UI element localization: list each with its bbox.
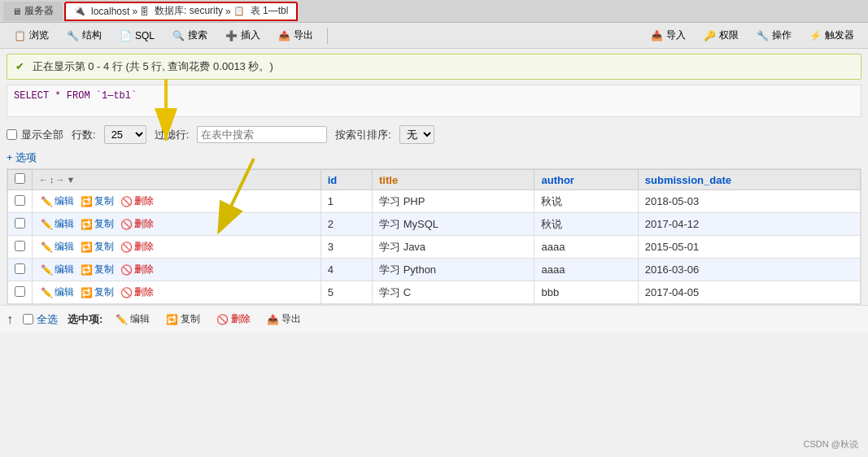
col-title-link[interactable]: title [379, 174, 398, 186]
insert-button[interactable]: ➕ 插入 [218, 25, 268, 46]
cell-title: 学习 PHP [373, 190, 534, 213]
sql-button[interactable]: 📄 SQL [112, 27, 162, 45]
import-button[interactable]: 📥 导入 [643, 25, 693, 46]
row-actions-cell: ✏️ 编辑 🔁 复制 🚫 删除 [33, 213, 321, 236]
bottom-edit-button[interactable]: ✏️ 编辑 [112, 311, 153, 328]
show-all-checkbox[interactable] [7, 129, 17, 140]
cell-author: aaaa [534, 236, 638, 259]
cell-id: 4 [321, 259, 372, 281]
tab-active[interactable]: 🔌 localhost » 🗄 数据库: security » 📋 表 1—tb… [64, 2, 298, 21]
arrow-sort[interactable]: ↕ [50, 175, 55, 185]
row-actions-cell: ✏️ 编辑 🔁 复制 🚫 删除 [33, 190, 321, 213]
delete-label: 删除 [134, 217, 154, 231]
search-button[interactable]: 🔍 搜索 [165, 25, 215, 46]
delete-label: 删除 [134, 263, 154, 276]
delete-button[interactable]: 🚫 删除 [119, 262, 155, 277]
data-table: ← ↕ → ▼ id title author [7, 169, 861, 304]
sort-dropdown[interactable]: ▼ [67, 175, 76, 185]
col-author-link[interactable]: author [541, 174, 574, 186]
cell-title: 学习 Java [373, 236, 534, 259]
permissions-button[interactable]: 🔑 权限 [696, 25, 746, 46]
browse-button[interactable]: 📋 浏览 [7, 25, 56, 46]
col-id-link[interactable]: id [328, 174, 338, 186]
cell-date: 2017-04-05 [638, 281, 860, 304]
col-actions-header: ← ↕ → ▼ [33, 170, 321, 190]
cell-date: 2017-04-12 [638, 213, 860, 236]
tab-db-label: 数据库: security [155, 4, 223, 18]
row-select-checkbox[interactable] [15, 286, 25, 297]
edit-button[interactable]: ✏️ 编辑 [39, 239, 76, 255]
col-checkbox-header [8, 170, 33, 190]
bottom-copy-button[interactable]: 🔁 复制 [163, 311, 203, 328]
triggers-button[interactable]: ⚡ 触发器 [802, 25, 861, 46]
bottom-delete-button[interactable]: 🚫 删除 [213, 311, 254, 328]
bottom-select-all[interactable]: 全选 [23, 312, 58, 327]
operations-icon: 🔧 [757, 30, 769, 41]
row-checkbox-cell [8, 213, 33, 236]
row-select-checkbox[interactable] [15, 241, 25, 251]
col-id-header[interactable]: id [321, 170, 372, 190]
cell-id: 5 [321, 281, 372, 304]
bottom-select-all-checkbox[interactable] [23, 314, 33, 324]
delete-label: 删除 [134, 194, 154, 208]
edit-button[interactable]: ✏️ 编辑 [39, 285, 76, 300]
cell-author: aaaa [534, 259, 638, 281]
show-all-label[interactable]: 显示全部 [7, 128, 63, 142]
delete-button[interactable]: 🚫 删除 [119, 285, 155, 300]
edit-button[interactable]: ✏️ 编辑 [39, 194, 76, 209]
col-title-header[interactable]: title [373, 170, 534, 190]
edit-label: 编辑 [55, 194, 74, 208]
tab-server[interactable]: 🖥 服务器 [3, 2, 63, 21]
edit-button[interactable]: ✏️ 编辑 [39, 262, 76, 277]
sql-query-text: SELECT * FROM `1—tbl` [14, 90, 137, 102]
structure-button[interactable]: 🔧 结构 [59, 25, 109, 46]
cell-date: 2016-03-06 [638, 259, 860, 281]
server-icon: 🖥 [12, 7, 21, 16]
row-checkbox-cell [8, 236, 33, 259]
col-submission-date-header[interactable]: submission_date [638, 170, 860, 190]
col-author-header[interactable]: author [534, 170, 638, 190]
filter-label: 过滤行: [155, 128, 190, 142]
select-all-header-checkbox[interactable] [15, 173, 25, 184]
edit-button[interactable]: ✏️ 编辑 [39, 216, 76, 232]
sort-select[interactable]: 无 [399, 125, 434, 144]
table-row: ✏️ 编辑 🔁 复制 🚫 删除 5 学习 C bbb 2017-04-05 [8, 281, 861, 304]
delete-button[interactable]: 🚫 删除 [119, 194, 155, 209]
row-count-label: 行数: [72, 128, 96, 142]
copy-button[interactable]: 🔁 复制 [79, 262, 116, 277]
delete-icon: 🚫 [120, 196, 133, 207]
copy-icon: 🔁 [81, 219, 93, 230]
cell-date: 2015-05-01 [638, 236, 860, 259]
status-bar: ✔ 正在显示第 0 - 4 行 (共 5 行, 查询花费 0.0013 秒。) [7, 54, 861, 80]
row-select-checkbox[interactable] [15, 195, 25, 206]
cell-author: 秋说 [534, 190, 638, 213]
options-row[interactable]: + 选项 [0, 149, 868, 168]
bottom-delete-icon: 🚫 [216, 314, 229, 325]
table-row: ✏️ 编辑 🔁 复制 🚫 删除 2 学习 MySQL 秋说 2017-04-12 [8, 213, 861, 236]
copy-icon: 🔁 [81, 242, 93, 253]
copy-icon: 🔁 [81, 287, 93, 298]
col-submission-date-link[interactable]: submission_date [645, 174, 731, 186]
bottom-select-all-label: 全选 [37, 312, 58, 327]
insert-icon: ➕ [225, 30, 238, 41]
edit-label: 编辑 [55, 240, 74, 254]
row-select-checkbox[interactable] [15, 263, 25, 274]
delete-button[interactable]: 🚫 删除 [119, 239, 155, 255]
copy-button[interactable]: 🔁 复制 [79, 239, 116, 255]
delete-icon: 🚫 [120, 264, 133, 276]
operations-button[interactable]: 🔧 操作 [749, 25, 799, 46]
copy-button[interactable]: 🔁 复制 [79, 194, 116, 209]
col-arrows: ← ↕ → ▼ [39, 175, 314, 185]
arrow-left[interactable]: ← [39, 175, 48, 185]
sql-label: SQL [135, 30, 155, 41]
copy-button[interactable]: 🔁 复制 [79, 216, 116, 232]
bottom-export-button[interactable]: 📤 导出 [264, 311, 304, 328]
copy-button[interactable]: 🔁 复制 [79, 285, 116, 300]
arrow-right[interactable]: → [56, 175, 65, 185]
row-count-select[interactable]: 25 50 100 [104, 125, 146, 144]
export-button[interactable]: 📤 导出 [271, 25, 321, 46]
row-select-checkbox[interactable] [15, 218, 25, 228]
filter-input[interactable] [197, 126, 327, 143]
delete-button[interactable]: 🚫 删除 [119, 216, 155, 232]
tab-bar: 🖥 服务器 🔌 localhost » 🗄 数据库: security » 📋 … [0, 0, 868, 23]
